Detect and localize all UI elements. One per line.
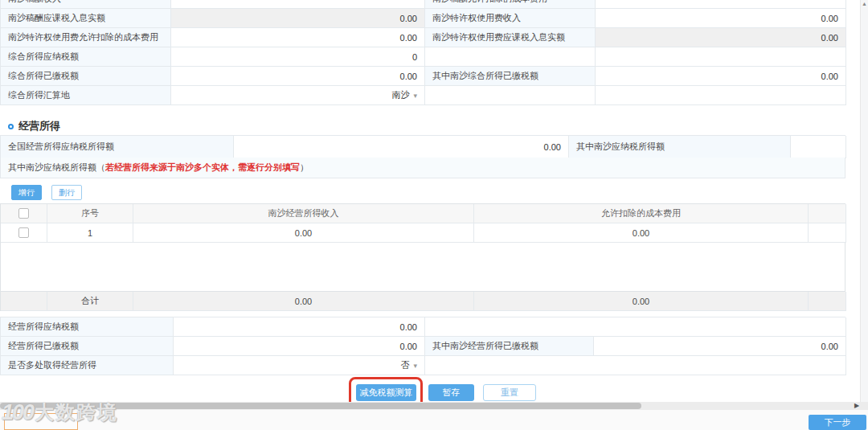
empty-cell xyxy=(596,86,846,105)
table-row: 是否多处取得经营所得 否 ▾ xyxy=(1,356,845,375)
field-label: 全国经营所得应纳税所得额 xyxy=(1,136,234,158)
footer-bar: 下一步 xyxy=(0,410,868,430)
table-row: 综合所得已缴税额 0.00 其中南沙综合所得已缴税额 0.00 xyxy=(1,67,845,86)
table-row: 南沙特许权使用费允许扣除的成本费用 0.00 南沙特许权使用费应课税入息实额 0… xyxy=(1,28,845,47)
cost-input[interactable]: 0.00 xyxy=(474,223,809,243)
table-row: 经营所得应纳税额 0.00 xyxy=(1,317,845,337)
table-row: 南沙稿酬应课税入息实额 0.00 南沙特许权使用费收入 0.00 xyxy=(1,9,845,28)
empty-cell xyxy=(809,292,846,311)
field-label: 经营所得应纳税额 xyxy=(1,317,174,337)
empty-cell xyxy=(596,47,846,67)
field-value[interactable]: 0.00 xyxy=(174,337,425,356)
select-all-checkbox[interactable] xyxy=(18,208,29,219)
reset-button[interactable]: 重置 xyxy=(483,384,536,401)
scroll-right-icon[interactable]: ▶ xyxy=(854,402,859,410)
field-label: 南沙特许权使用费收入 xyxy=(425,9,596,28)
field-label: 是否多处取得经营所得 xyxy=(1,356,174,375)
empty-cell xyxy=(425,356,846,375)
field-value[interactable]: 0.00 xyxy=(171,28,425,47)
field-value: 0.00 xyxy=(171,9,425,28)
note-prefix: 其中南沙应纳税所得额（ xyxy=(8,162,105,174)
caret-down-icon: ▾ xyxy=(413,362,417,370)
note-suffix: ） xyxy=(300,162,309,174)
tax-reduction-calc-button[interactable]: 减免税额测算 xyxy=(356,384,416,401)
caret-down-icon: ▾ xyxy=(413,92,417,100)
table-row: 综合所得汇算地 南沙 ▾ xyxy=(1,86,845,105)
field-value[interactable] xyxy=(171,0,425,9)
income-input[interactable]: 0.00 xyxy=(133,223,474,243)
grid-empty-area xyxy=(1,243,845,292)
field-label: 综合所得汇算地 xyxy=(1,86,171,105)
business-income-section-header: 经营所得 xyxy=(8,119,60,133)
field-value[interactable]: 0.00 xyxy=(594,337,846,356)
delete-row-button[interactable]: 删行 xyxy=(51,185,82,200)
table-row: 综合所得应纳税额 0 xyxy=(1,47,845,67)
field-label: 综合所得应纳税额 xyxy=(1,47,171,67)
empty-cell xyxy=(425,317,846,337)
dropdown-value: 否 xyxy=(400,359,409,371)
total-income: 0.00 xyxy=(133,292,474,311)
field-value[interactable] xyxy=(791,136,846,158)
field-value[interactable] xyxy=(596,0,846,9)
scroll-up-icon[interactable]: ▲ xyxy=(862,0,867,7)
nansha-taxable-income-note: 其中南沙应纳税所得额（ 若经营所得来源于南沙多个实体，需逐行分别填写 ） xyxy=(0,158,845,178)
row-select-cell xyxy=(1,223,47,243)
grid-header-row: 序号 南沙经营所得收入 允许扣除的成本费用 xyxy=(1,204,845,223)
horizontal-scrollbar[interactable]: ▶ xyxy=(0,402,868,410)
vertical-scrollbar[interactable]: ▲ xyxy=(860,0,868,402)
field-label: 南沙稿酬允许扣除的成本费用 xyxy=(425,0,596,9)
row-checkbox[interactable] xyxy=(18,227,29,238)
settlement-place-dropdown[interactable]: 南沙 ▾ xyxy=(171,86,425,105)
national-business-income-row: 全国经营所得应纳税所得额 0.00 其中南沙应纳税所得额 xyxy=(0,135,845,158)
next-step-button[interactable]: 下一步 xyxy=(809,415,866,430)
grid-data-row: 1 0.00 0.00 xyxy=(1,223,845,243)
field-value[interactable]: 0.00 xyxy=(234,136,569,158)
field-value[interactable]: 0.00 xyxy=(174,317,425,337)
save-draft-button[interactable]: 暂存 xyxy=(428,384,474,401)
field-value[interactable]: 0.00 xyxy=(596,9,846,28)
tax-form-page: 南沙稿酬收入 南沙稿酬允许扣除的成本费用 南沙稿酬应课税入息实额 0.00 南沙… xyxy=(0,0,868,430)
field-label: 综合所得已缴税额 xyxy=(1,67,171,86)
grid-toolbar: 增行 删行 xyxy=(11,185,82,200)
select-all-cell xyxy=(1,204,47,223)
table-row: 南沙稿酬收入 南沙稿酬允许扣除的成本费用 xyxy=(1,0,845,9)
total-cost: 0.00 xyxy=(474,292,809,311)
table-row: 经营所得已缴税额 0.00 其中南沙经营所得已缴税额 0.00 xyxy=(1,337,845,356)
section-bullet-icon xyxy=(8,124,14,129)
field-label: 其中南沙经营所得已缴税额 xyxy=(425,337,594,356)
empty-cell xyxy=(1,292,47,311)
column-header: 允许扣除的成本费用 xyxy=(474,204,809,223)
section-title: 经营所得 xyxy=(18,119,60,133)
field-value: 0.00 xyxy=(596,28,846,47)
field-label: 南沙特许权使用费应课税入息实额 xyxy=(425,28,596,47)
field-label: 其中南沙综合所得已缴税额 xyxy=(425,67,596,86)
column-header: 南沙经营所得收入 xyxy=(133,204,474,223)
field-label: 南沙稿酬应课税入息实额 xyxy=(1,9,171,28)
multiple-income-dropdown[interactable]: 否 ▾ xyxy=(174,356,425,375)
column-header xyxy=(809,204,846,223)
field-label: 南沙特许权使用费允许扣除的成本费用 xyxy=(1,28,171,47)
field-value[interactable]: 0.00 xyxy=(596,67,846,86)
field-label: 南沙稿酬收入 xyxy=(1,0,171,9)
field-label: 经营所得已缴税额 xyxy=(1,337,174,356)
field-value[interactable]: 0.00 xyxy=(171,67,425,86)
empty-cell xyxy=(425,86,596,105)
empty-cell xyxy=(809,223,846,243)
orange-outline-box xyxy=(4,413,78,430)
dropdown-value: 南沙 xyxy=(391,89,409,101)
horizontal-scrollbar-thumb[interactable] xyxy=(0,403,641,409)
grid-total-row: 合计 0.00 0.00 xyxy=(1,292,845,311)
empty-cell xyxy=(425,47,596,67)
business-summary-rows: 经营所得应纳税额 0.00 经营所得已缴税额 0.00 其中南沙经营所得已缴税额… xyxy=(0,317,845,375)
add-row-button[interactable]: 增行 xyxy=(11,185,42,200)
field-label: 其中南沙应纳税所得额 xyxy=(569,136,791,158)
column-header: 序号 xyxy=(47,204,133,223)
total-label: 合计 xyxy=(47,292,133,311)
row-seq: 1 xyxy=(47,223,133,243)
business-income-grid: 序号 南沙经营所得收入 允许扣除的成本费用 1 0.00 0.00 合计 0.0… xyxy=(0,203,845,311)
comprehensive-income-table: 南沙稿酬收入 南沙稿酬允许扣除的成本费用 南沙稿酬应课税入息实额 0.00 南沙… xyxy=(0,0,845,105)
field-value[interactable]: 0 xyxy=(171,47,425,67)
note-warning-text: 若经营所得来源于南沙多个实体，需逐行分别填写 xyxy=(105,162,300,174)
